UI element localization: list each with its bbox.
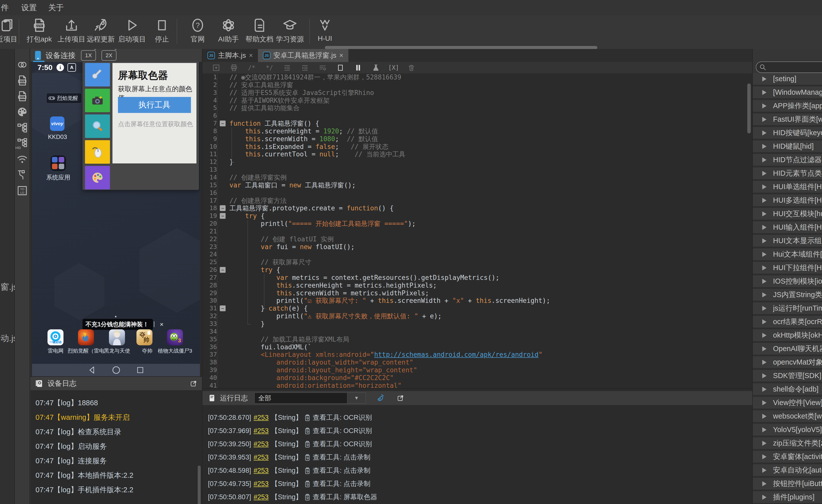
api-tree-item[interactable]: HID节点过滤器[HidN	[753, 154, 822, 167]
code-line[interactable]: 35 // 加载工具箱悬浮窗XML布局	[202, 336, 752, 343]
code-line[interactable]: 7−function 工具箱悬浮窗() {	[202, 120, 752, 127]
code-line[interactable]: 13	[202, 166, 752, 174]
menu-settings[interactable]: 设置	[21, 2, 37, 13]
tool-tile-wrench[interactable]	[85, 63, 110, 86]
api-tree-item[interactable]: HUI单选组件[HRadio	[753, 181, 822, 194]
toolbar-stop-button[interactable]: 停止	[143, 18, 181, 44]
api-tree-item[interactable]: JS内置String类[String	[753, 289, 822, 302]
code-line[interactable]: 2// 安卓工具箱悬浮窗	[202, 81, 752, 89]
api-tree-item[interactable]: SDK管理[SDK]	[753, 370, 822, 383]
expand-arrow-icon[interactable]	[762, 211, 767, 216]
tool-tile-mouse[interactable]	[85, 140, 110, 164]
pause-script-icon[interactable]	[354, 63, 362, 72]
code-line[interactable]: 21	[202, 227, 752, 235]
code-line[interactable]: 32 printl("⚠ 获取屏幕尺寸失败，使用默认值: " + e);	[202, 312, 752, 320]
api-tree-item[interactable]: HUI文本显示组件[Hte	[753, 235, 822, 248]
execute-tool-button[interactable]: 执行工具	[118, 97, 191, 113]
expand-arrow-icon[interactable]	[762, 333, 767, 338]
variables-icon[interactable]: [X]	[389, 63, 398, 72]
dock-app-duoshuai[interactable]: 夺帅 夺帅	[136, 329, 152, 354]
vivoy-app-icon[interactable]: vivoy	[50, 116, 64, 131]
code-line[interactable]: 20 printl("===== 开始创建工具箱悬浮窗 =====");	[202, 220, 752, 227]
expand-arrow-icon[interactable]	[762, 225, 767, 230]
tab-close-icon[interactable]: ×	[249, 52, 253, 59]
run-log-list[interactable]: [07:50:28.670] #253 【String】 查看工具: OCR识别…	[202, 414, 752, 501]
expand-arrow-icon[interactable]	[762, 414, 767, 419]
api-tree-item[interactable]: HID键鼠[hid]	[753, 140, 822, 154]
api-tree-item[interactable]: zip压缩文件类[zip]	[753, 437, 822, 451]
code-line[interactable]: 40 android:background="#CC2C2C2C"	[202, 374, 752, 382]
expand-arrow-icon[interactable]	[762, 238, 767, 243]
floating-toolbox-window[interactable]: 屏幕取色器 获取屏幕上任意点的颜色值 执行工具 点击屏幕任意位置获取颜色	[82, 62, 199, 190]
code-line[interactable]: 22 // 创建 floatUI 实例	[202, 235, 752, 243]
api-tree-item[interactable]: HID元素节点类[HidN	[753, 167, 822, 181]
format-code-icon[interactable]	[318, 63, 327, 72]
log-ref-link[interactable]: #253	[254, 467, 269, 474]
api-tree-item[interactable]: View控件[View]	[753, 397, 822, 410]
code-line[interactable]: 5// 提供工具箱功能集合	[202, 104, 752, 112]
expand-arrow-icon[interactable]	[762, 306, 767, 311]
code-line[interactable]: 24	[202, 250, 752, 259]
fold-collapse-icon[interactable]: −	[220, 213, 226, 219]
expand-panel-icon[interactable]	[397, 394, 404, 402]
log-ref-link[interactable]: #253	[254, 494, 269, 501]
api-tree-item[interactable]: HUI下拉组件[HSelect	[753, 262, 822, 276]
api-tree-item[interactable]: APP操作类[app]	[753, 100, 822, 113]
code-line[interactable]: 38 android:layout_width="wrap_content"	[202, 359, 752, 366]
api-tree-item[interactable]: 按钮控件[uiButton]	[753, 478, 822, 491]
phone-mirror[interactable]: 7:50 i A 烈焰觉醒 vivo	[32, 62, 200, 376]
tab-toolbox-script[interactable]: JS 安卓工具箱悬浮窗.js ×	[258, 49, 348, 62]
code-line[interactable]: 16	[202, 189, 752, 197]
expand-arrow-icon[interactable]	[762, 360, 767, 365]
clean-trash-icon[interactable]	[407, 63, 416, 72]
api-tree-item[interactable]: websocket类[webso	[753, 410, 822, 424]
tool-tile-camera[interactable]	[85, 89, 110, 112]
link-icon[interactable]	[16, 59, 28, 70]
api-tree-item[interactable]: FastUI界面类[window	[753, 113, 822, 127]
expand-arrow-icon[interactable]	[762, 103, 767, 108]
code-line[interactable]: 36 fui.loadXML(`	[202, 343, 752, 351]
code-line[interactable]: 17// 创建悬浮窗方法	[202, 197, 752, 205]
editor-scrollbar[interactable]	[747, 83, 751, 133]
expand-arrow-icon[interactable]	[762, 441, 767, 446]
api-tree-item[interactable]: [WindowManager]	[753, 86, 822, 100]
toolbar-hui-button[interactable]: H-UI	[306, 18, 344, 42]
fold-collapse-icon[interactable]: −	[220, 305, 226, 311]
code-line[interactable]: 30 printl("☑ 获取屏幕尺寸: " + this.screenWidt…	[202, 297, 752, 305]
test-flask-icon[interactable]	[372, 63, 380, 72]
code-line[interactable]: 6	[202, 112, 752, 120]
code-line[interactable]: 19− try {	[202, 212, 752, 220]
code-line[interactable]: 34	[202, 328, 752, 336]
expand-arrow-icon[interactable]	[762, 387, 767, 392]
zoom-1x-button[interactable]: 1X	[81, 50, 96, 61]
dock-app-leidian[interactable]: 一键启动 雷电网	[47, 329, 63, 354]
code-line[interactable]: 27 var metrics = context.getResources().…	[202, 274, 752, 282]
code-line[interactable]: 14// 创建悬浮窗实例	[202, 174, 752, 181]
code-line[interactable]: 15var 工具箱窗口 = new 工具箱悬浮窗();	[202, 181, 752, 189]
expand-arrow-icon[interactable]	[762, 252, 767, 257]
expand-arrow-icon[interactable]	[762, 144, 767, 149]
code-line[interactable]: 33 }	[202, 320, 752, 328]
expand-arrow-icon[interactable]	[762, 198, 767, 203]
expand-arrow-icon[interactable]	[762, 346, 767, 351]
expand-arrow-icon[interactable]	[762, 454, 767, 459]
dock-app-lieyan[interactable]: 烈焰觉醒（雷电	[78, 329, 94, 354]
api-tree-item[interactable]: [seting]	[753, 73, 822, 86]
code-line[interactable]: 25 // 获取屏幕尺寸	[202, 259, 752, 266]
apk-file-icon[interactable]: APK	[16, 75, 28, 86]
code-line[interactable]: 1// ◉交流QQ群711841924群一，苹果内测群，528816639	[202, 73, 752, 81]
api-tree-item[interactable]: HUI多选组件[HCheck	[753, 194, 822, 208]
api-tree-item[interactable]: 安卓窗体[activity]	[753, 451, 822, 464]
ad-close-button[interactable]: ×	[160, 321, 163, 328]
device-log-scrollbar[interactable]	[198, 466, 201, 504]
tool-tile-magnifier[interactable]	[85, 114, 110, 138]
fold-collapse-icon[interactable]: −	[220, 205, 226, 211]
stop-script-icon[interactable]	[336, 63, 345, 72]
expand-arrow-icon[interactable]	[762, 468, 767, 473]
ad-banner[interactable]: 不充1分钱也能满神装！ 丨 ×	[82, 319, 153, 330]
usb-icon[interactable]	[16, 169, 28, 181]
expand-arrow-icon[interactable]	[762, 184, 767, 189]
nav-back-button[interactable]	[88, 366, 96, 374]
api-tree-item[interactable]: opencvMat对象[Mat	[753, 356, 822, 370]
tab-close-icon[interactable]: ×	[339, 52, 343, 59]
